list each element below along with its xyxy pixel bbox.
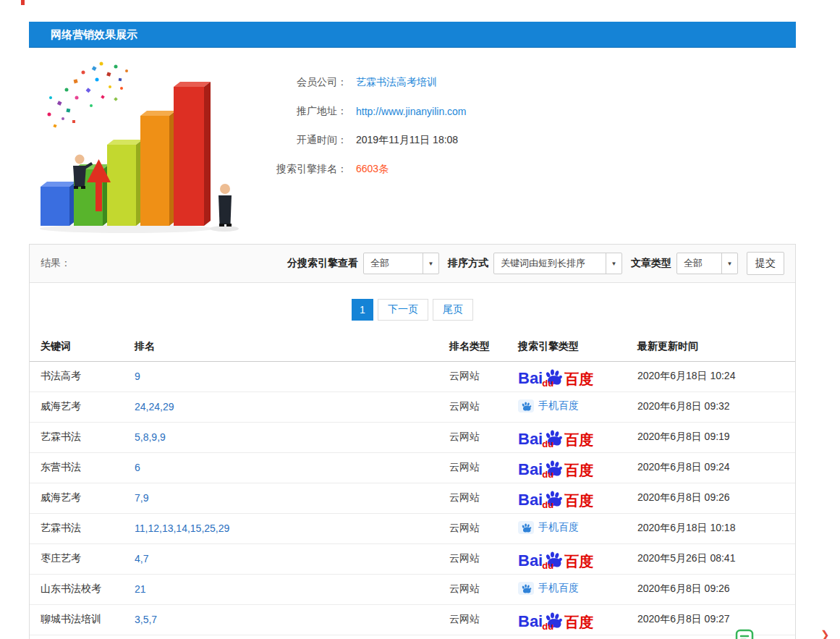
mobile-baidu-label: 手机百度 [538,521,579,534]
baidu-logo: Baidu百度 [518,549,593,569]
engine-cell: Baidu百度 [518,452,637,483]
engine-cell: 手机百度 [518,574,637,604]
updated-cell: 2020年6月18日 10:24 [637,361,795,392]
rank-type-cell: 云网站 [449,361,518,392]
chevron-down-icon: ▼ [721,253,737,274]
rank-cell[interactable]: 3,5,7 [135,604,449,635]
mobile-baidu-logo: 手机百度 [518,521,579,534]
chevron-down-icon: ▼ [606,253,621,274]
keyword-cell: 威海艺考 [30,483,135,513]
keyword-cell: 艺霖书法 [30,513,135,543]
table-row: 艺霖书法11,12,13,14,15,25,29云网站手机百度2020年6月18… [30,513,795,543]
article-type-label: 文章类型 [631,257,671,270]
last-page-button[interactable]: 尾页 [433,299,473,321]
pagination: 1 下一页 尾页 [30,299,795,321]
article-type-value: 全部 [677,257,721,270]
rank-cell[interactable]: 5,8,9,9 [135,422,449,452]
rank-cell[interactable]: 21 [135,574,449,604]
sort-select[interactable]: 关键词由短到长排序 ▼ [493,253,622,274]
table-row: 山东书法校考21云网站手机百度2020年6月8日 09:26 [30,574,795,604]
page-1-button[interactable]: 1 [352,299,373,321]
rank-count-row: 搜索引擎排名： 6603条 [253,155,467,184]
col-header-keyword: 关键词 [30,332,135,361]
table-row: 威海艺考24,24,29云网站手机百度2020年6月8日 09:32 [30,392,795,422]
mobile-baidu-logo: 手机百度 [518,399,579,412]
rank-cell[interactable]: 4,7 [135,543,449,574]
businessman-right [219,184,232,227]
promo-url-row: 推广地址： http://www.jinanyilin.com [253,97,467,126]
updated-cell: 2020年6月8日 09:26 [637,483,795,513]
table-row: 艺霖书法5,8,9,9云网站Baidu百度2020年6月8日 09:19 [30,422,795,452]
baidu-paw-icon: du [544,550,563,569]
rank-type-cell: 云网站 [449,604,518,635]
keyword-cell: 威海艺考 [30,392,135,422]
updated-cell: 2020年6月8日 09:27 [637,604,795,635]
keyword-cell: 东营书法 [30,452,135,483]
open-time-row: 开通时间： 2019年11月11日 18:08 [253,126,467,155]
baidu-logo: Baidu百度 [518,427,593,447]
chevron-down-icon: ▼ [423,253,438,274]
engine-cell: Baidu百度 [518,422,637,452]
filter-controls: 分搜索引擎查看 全部 ▼ 排序方式 关键词由短到长排序 ▼ 文章类型 全部 ▼ … [279,252,784,275]
mobile-baidu-paw-icon [518,399,534,412]
table-row: 书法高考9云网站Baidu百度2020年6月18日 10:24 [30,361,795,392]
open-time-label: 开通时间： [253,134,347,147]
sort-label: 排序方式 [448,257,488,270]
filter-bar: 结果： 分搜索引擎查看 全部 ▼ 排序方式 关键词由短到长排序 ▼ 文章类型 全… [30,245,795,283]
table-row: 东营书法6云网站Baidu百度2020年6月8日 09:24 [30,452,795,483]
engine-cell: Baidu百度 [518,604,637,635]
top-edge-marker [21,0,25,5]
submit-button[interactable]: 提交 [747,252,784,275]
updated-cell: 2020年6月8日 09:32 [637,392,795,422]
updated-cell: 2020年6月18日 10:18 [637,513,795,543]
baidu-logo: Baidu百度 [518,366,593,386]
promo-illustration [29,58,253,237]
baidu-paw-icon: du [544,368,563,386]
keyword-cell: 聊城书法培训 [30,604,135,635]
mobile-baidu-label: 手机百度 [538,399,579,412]
scroll-right-arrow-icon[interactable]: ❯ [820,628,830,639]
engine-filter-select[interactable]: 全部 ▼ [363,253,439,274]
article-type-select[interactable]: 全部 ▼ [676,253,738,274]
member-info-section: 会员公司： 艺霖书法高考培训 推广地址： http://www.jinanyil… [29,48,796,245]
page-title: 网络营销效果展示 [29,22,796,48]
rank-type-cell: 云网站 [449,513,518,543]
rank-cell[interactable]: 24,24,29 [135,392,449,422]
col-header-updated: 最新更新时间 [637,332,795,361]
engine-cell: Baidu百度 [518,361,637,392]
col-header-rank: 排名 [135,332,449,361]
rank-count-value: 6603条 [356,163,389,176]
member-info-list: 会员公司： 艺霖书法高考培训 推广地址： http://www.jinanyil… [253,58,467,239]
company-link[interactable]: 艺霖书法高考培训 [356,76,437,89]
company-label: 会员公司： [253,76,347,89]
rank-cell[interactable]: 9 [135,361,449,392]
keyword-cell: 山东书法校考 [30,574,135,604]
rank-count-label: 搜索引擎排名： [253,163,347,176]
baidu-logo: Baidu百度 [518,488,593,508]
mobile-baidu-paw-icon [518,582,534,595]
rank-cell[interactable]: 7,9 [135,483,449,513]
updated-cell: 2020年6月8日 09:24 [637,452,795,483]
results-tbody: 书法高考9云网站Baidu百度2020年6月18日 10:24威海艺考24,24… [30,361,795,635]
updated-cell: 2020年6月8日 09:19 [637,422,795,452]
rank-type-cell: 云网站 [449,392,518,422]
rank-cell[interactable]: 6 [135,452,449,483]
baidu-paw-icon: du [544,489,563,508]
results-table: 关键词 排名 排名类型 搜索引擎类型 最新更新时间 书法高考9云网站Baidu百… [30,332,795,635]
rank-type-cell: 云网站 [449,574,518,604]
rank-type-cell: 云网站 [449,543,518,574]
col-header-rank-type: 排名类型 [449,332,518,361]
rank-type-cell: 云网站 [449,452,518,483]
result-label: 结果： [41,257,71,270]
promo-url-link[interactable]: http://www.jinanyilin.com [356,106,467,117]
table-row: 聊城书法培训3,5,7云网站Baidu百度2020年6月8日 09:27 [30,604,795,635]
chat-widget-icon[interactable] [735,629,754,639]
rank-cell[interactable]: 11,12,13,14,15,25,29 [135,513,449,543]
table-row: 威海艺考7,9云网站Baidu百度2020年6月8日 09:26 [30,483,795,513]
engine-cell: Baidu百度 [518,483,637,513]
next-page-button[interactable]: 下一页 [378,299,428,321]
engine-filter-label: 分搜索引擎查看 [287,257,358,270]
rank-type-cell: 云网站 [449,483,518,513]
col-header-engine-type: 搜索引擎类型 [518,332,637,361]
baidu-logo: Baidu百度 [518,609,593,630]
